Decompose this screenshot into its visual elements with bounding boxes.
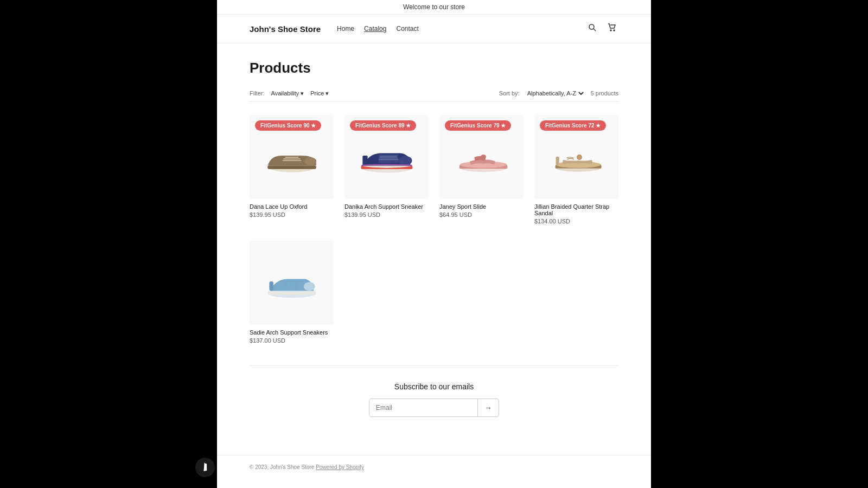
fitgenius-badge-janey: FitGenius Score 79 ★: [445, 120, 511, 131]
shopify-badge[interactable]: [195, 458, 215, 477]
svg-line-1: [593, 29, 596, 31]
main-nav: Home Catalog Contact: [337, 25, 586, 33]
filter-label: Filter:: [250, 90, 265, 97]
shoe-image-jillian: [543, 124, 610, 191]
product-card-danika[interactable]: FitGenius Score 89 ★: [344, 115, 429, 224]
product-name-dana: Dana Lace Up Oxford: [250, 203, 334, 210]
product-image-sadie: [250, 241, 334, 325]
chevron-down-icon: ▾: [301, 90, 304, 97]
shoe-image-janey: [448, 124, 515, 191]
cart-icon: [608, 23, 616, 32]
shoe-image-sadie: [258, 249, 326, 317]
nav-contact[interactable]: Contact: [396, 25, 418, 33]
fitgenius-badge-dana: FitGenius Score 90 ★: [255, 120, 321, 131]
product-card-dana[interactable]: FitGenius Score 90 ★ Dana Lace: [250, 115, 334, 224]
header: John's Shoe Store Home Catalog Contact: [217, 15, 651, 43]
product-price-dana: $139.95 USD: [250, 211, 334, 218]
product-card-jillian[interactable]: FitGenius Score 72 ★: [534, 115, 618, 224]
products-grid-row1: FitGenius Score 90 ★ Dana Lace: [250, 115, 618, 224]
arrow-right-icon: →: [484, 403, 492, 412]
product-image-janey: FitGenius Score 79 ★: [439, 115, 524, 199]
svg-point-31: [303, 282, 315, 291]
product-card-janey[interactable]: FitGenius Score 79 ★: [439, 115, 524, 224]
svg-point-8: [304, 157, 316, 165]
product-image-dana: FitGenius Score 90 ★: [250, 115, 334, 199]
cart-button[interactable]: [605, 21, 618, 36]
product-image-jillian: FitGenius Score 72 ★: [534, 115, 618, 199]
header-icons: [586, 21, 618, 36]
email-input[interactable]: [369, 399, 477, 416]
search-icon: [588, 23, 597, 32]
sort-select[interactable]: Alphabetically, A-Z Alphabetically, Z-A …: [525, 89, 585, 97]
svg-point-22: [577, 155, 580, 158]
shoe-image-danika: [353, 124, 420, 191]
page-title: Products: [250, 60, 618, 76]
product-card-sadie[interactable]: Sadie Arch Support Sneakers $137.00 USD: [250, 241, 334, 344]
filter-bar: Filter: Availability ▾ Price ▾ Sort by: …: [250, 89, 618, 102]
svg-point-18: [481, 155, 486, 158]
availability-filter[interactable]: Availability ▾: [271, 90, 304, 97]
sort-label: Sort by:: [499, 90, 520, 97]
shoe-image-dana: [258, 124, 326, 191]
filter-right: Sort by: Alphabetically, A-Z Alphabetica…: [499, 89, 618, 97]
nav-home[interactable]: Home: [337, 25, 354, 33]
product-name-jillian: Jillian Braided Quarter Strap Sandal: [534, 203, 618, 216]
announcement-text: Welcome to our store: [403, 3, 465, 11]
product-price-jillian: $134.00 USD: [534, 218, 618, 224]
product-price-janey: $64.95 USD: [439, 211, 524, 218]
store-name[interactable]: John's Shoe Store: [250, 24, 321, 34]
product-count: 5 products: [591, 90, 618, 97]
product-name-sadie: Sadie Arch Support Sneakers: [250, 329, 334, 336]
email-form: →: [369, 399, 499, 417]
chevron-down-icon: ▾: [326, 90, 329, 97]
svg-point-10: [398, 156, 412, 165]
svg-rect-11: [378, 155, 398, 163]
announcement-bar: Welcome to our store: [217, 0, 651, 15]
product-name-danika: Danika Arch Support Sneaker: [344, 203, 429, 210]
svg-rect-15: [362, 155, 367, 165]
search-button[interactable]: [586, 21, 599, 36]
fitgenius-badge-jillian: FitGenius Score 72 ★: [540, 120, 606, 131]
footer-copyright: © 2023, John's Shoe Store Powered by Sho…: [250, 464, 364, 470]
products-grid-row2: Sadie Arch Support Sneakers $137.00 USD: [250, 241, 618, 344]
nav-catalog[interactable]: Catalog: [364, 25, 386, 33]
filter-left: Filter: Availability ▾ Price ▾: [250, 90, 329, 97]
email-submit-button[interactable]: →: [477, 399, 499, 416]
svg-point-3: [614, 30, 615, 31]
product-name-janey: Janey Sport Slide: [439, 203, 524, 210]
product-price-danika: $139.95 USD: [344, 211, 429, 218]
shopify-icon: [200, 462, 210, 473]
shopify-link[interactable]: Powered by Shopify: [316, 464, 364, 470]
svg-rect-32: [269, 281, 273, 290]
subscribe-section: Subscribe to our emails →: [250, 365, 618, 439]
product-price-sadie: $137.00 USD: [250, 337, 334, 344]
svg-point-2: [610, 30, 611, 31]
fitgenius-badge-danika: FitGenius Score 89 ★: [350, 120, 416, 131]
main-content: Products Filter: Availability ▾ Price ▾ …: [217, 43, 651, 455]
svg-rect-23: [556, 156, 559, 165]
svg-point-0: [589, 24, 594, 29]
subscribe-title: Subscribe to our emails: [250, 382, 618, 391]
product-image-danika: FitGenius Score 89 ★: [344, 115, 429, 199]
footer: © 2023, John's Shoe Store Powered by Sho…: [217, 455, 651, 479]
price-filter[interactable]: Price ▾: [310, 90, 329, 97]
